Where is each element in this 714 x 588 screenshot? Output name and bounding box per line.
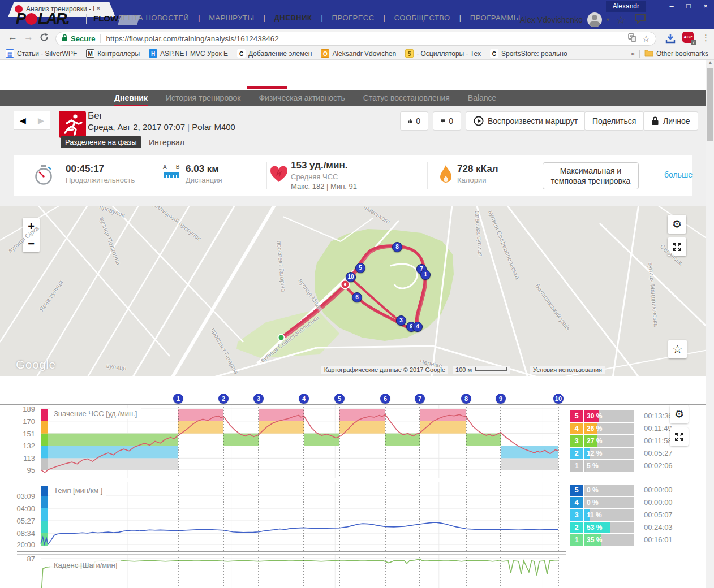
nav-separator: | [198, 14, 200, 22]
replay-route-button[interactable]: Воспроизвести маршрут [466, 111, 586, 131]
chrome-profile-name[interactable]: Alexandr [606, 1, 646, 12]
other-bookmarks-label[interactable]: Other bookmarks [656, 50, 708, 58]
address-bar[interactable]: Secure https://flow.polar.com/training/a… [55, 32, 656, 46]
translate-icon[interactable] [628, 33, 636, 44]
google-logo[interactable]: Google [16, 358, 56, 371]
bookmark-item[interactable]: HASP.NET MVC Урок Е [149, 49, 228, 58]
scrollbar-thumb[interactable] [707, 68, 713, 141]
flame-icon [439, 165, 453, 187]
phase-number-6[interactable]: 6 [380, 394, 390, 404]
route-map[interactable]: + − ⚙ ☆ Google Картографические данные ©… [0, 206, 706, 376]
bookmark-item[interactable]: ▦Статьи - SilverWPF [6, 49, 77, 58]
logo-red-dot [25, 13, 37, 25]
phase-split-badge[interactable]: Разделение на фазы [61, 136, 141, 148]
scrollbar-up-icon[interactable]: ▲ [707, 60, 714, 65]
nav-item-1[interactable]: ЛЕНТА НОВОСТЕЙ [117, 14, 190, 22]
cadence-chart[interactable]: 87 [0, 554, 706, 588]
forward-icon[interactable]: → [24, 32, 33, 43]
zone-bar: 26 % [584, 423, 634, 434]
subnav-item-4[interactable]: Статус восстановления [363, 90, 450, 106]
subnav-item-5[interactable]: Balance [468, 90, 497, 106]
window-close-button[interactable]: × [697, 0, 714, 12]
map-save-star-icon[interactable]: ☆ [668, 340, 687, 358]
bookmark-item[interactable]: CДобавление элемен [237, 49, 312, 58]
bookmark-star-icon[interactable]: ☆ [642, 33, 650, 44]
bookmark-item[interactable]: 5- Осцилляторы - Тех [405, 49, 481, 58]
comment-button[interactable]: 0 [433, 111, 461, 131]
bookmark-item[interactable]: CSportsStore: реально [490, 49, 567, 58]
route-marker-3[interactable]: 3 [396, 315, 406, 326]
zone-time: 00:00:00 [634, 485, 685, 496]
chart-fullscreen-icon[interactable] [670, 427, 689, 446]
route-marker-6[interactable]: 6 [352, 292, 362, 302]
phase-number-7[interactable]: 7 [415, 394, 425, 404]
nav-item-6[interactable]: ПРОГРАММЫ [469, 14, 522, 22]
route-marker-1[interactable]: 1 [420, 270, 431, 280]
download-icon[interactable] [664, 32, 677, 47]
reload-icon[interactable] [40, 33, 49, 44]
route-marker-8[interactable]: 8 [392, 242, 402, 252]
like-button[interactable]: 0 [400, 111, 428, 131]
hr-minmax: Макс. 182 | Мин. 91 [291, 182, 357, 191]
zone-number: 4 [570, 497, 583, 508]
session-title: Бег [88, 110, 103, 122]
bookmark-item[interactable]: OAleksandr Vdovichen [321, 49, 396, 58]
adblock-plus-icon[interactable]: ABP 7 [682, 32, 694, 43]
bookmark-favicon: H [149, 49, 157, 58]
zone-bar: 12 % [584, 448, 634, 459]
phase-number-1[interactable]: 1 [173, 394, 183, 404]
subnav-item-2[interactable]: История тренировок [166, 90, 240, 106]
interval-label[interactable]: Интервал [149, 138, 184, 147]
bookmarks-overflow-icon[interactable]: » [631, 49, 635, 58]
user-menu[interactable]: Alex Vdovichenko ▼ ☆ [520, 12, 646, 27]
svg-text:151: 151 [23, 430, 35, 438]
phase-number-8[interactable]: 8 [461, 394, 471, 404]
private-button[interactable]: Личное [643, 111, 698, 131]
window-maximize-button[interactable]: □ [680, 0, 697, 12]
tab-close-icon[interactable]: × [96, 4, 101, 12]
zone-bar: 0 % [584, 497, 634, 508]
cadence-chart-title: Каденс [Шаги/мин] [50, 560, 121, 570]
zone-bar: 5 % [584, 460, 634, 472]
more-link[interactable]: больше [664, 170, 693, 179]
nav-item-5[interactable]: СООБЩЕСТВО [393, 14, 451, 22]
phase-number-10[interactable]: 10 [553, 394, 564, 404]
folder-icon [644, 49, 653, 59]
subnav-item-1[interactable]: Дневник [114, 90, 148, 106]
zone-number: 2 [570, 522, 583, 533]
phase-number-2[interactable]: 2 [218, 394, 229, 404]
map-settings-gear-icon[interactable]: ⚙ [668, 215, 686, 234]
polar-header [0, 60, 706, 90]
phase-number-4[interactable]: 4 [299, 394, 309, 404]
chart-settings-gear-icon[interactable]: ⚙ [670, 405, 689, 423]
share-button[interactable]: Поделиться [584, 111, 644, 131]
bookmark-item[interactable]: MКонтроллеры [86, 49, 140, 58]
feedback-chat-icon[interactable] [635, 14, 646, 26]
subnav-item-3[interactable]: Физическая активность [259, 90, 345, 106]
phase-number-5[interactable]: 5 [334, 394, 345, 404]
polar-logo[interactable]: PLAR. [16, 10, 69, 28]
route-marker-4[interactable]: 4 [412, 322, 423, 332]
window-minimize-button[interactable]: – [663, 0, 680, 12]
nav-item-4[interactable]: ПРОГРЕСС [331, 14, 376, 22]
avatar[interactable] [587, 12, 602, 27]
chrome-menu-icon[interactable]: ⋮ [702, 33, 710, 43]
nav-item-3[interactable]: ДНЕВНИК [273, 14, 313, 22]
phase-number-9[interactable]: 9 [496, 394, 506, 404]
route-marker-10[interactable]: 10 [346, 272, 356, 282]
nav-item-2[interactable]: МАРШРУТЫ [208, 14, 255, 22]
page-scrollbar[interactable]: ▲ [706, 60, 714, 588]
next-session-button[interactable]: ▶ [32, 111, 50, 130]
route-marker-5[interactable]: 5 [355, 263, 365, 273]
zone-percent: 27 % [587, 435, 602, 447]
favorites-star-icon[interactable]: ☆ [616, 14, 626, 27]
chevron-down-icon[interactable]: ▼ [605, 17, 610, 23]
training-benefit-button[interactable]: Максимальная и темповая тренировка [543, 162, 639, 189]
back-icon[interactable]: ← [8, 32, 18, 43]
phase-number-3[interactable]: 3 [253, 394, 264, 404]
zone-time: 00:16:01 [634, 534, 685, 546]
url-text[interactable]: https://flow.polar.com/training/analysis… [106, 34, 627, 43]
previous-session-button[interactable]: ◀ [14, 111, 32, 130]
device-name: Polar M400 [192, 122, 235, 132]
map-terms-link[interactable]: Условия использования [530, 366, 605, 374]
